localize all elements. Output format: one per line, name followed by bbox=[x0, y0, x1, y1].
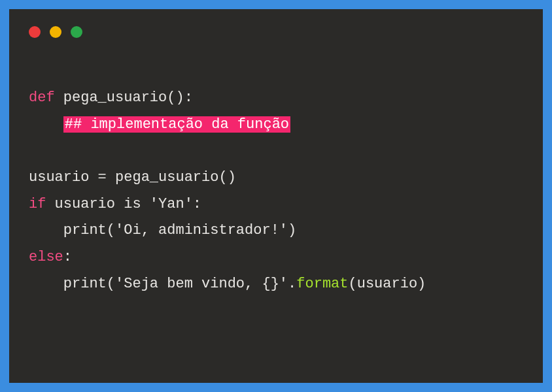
method-format: format bbox=[296, 276, 348, 292]
comment-highlighted: ## implementação da função bbox=[63, 116, 290, 133]
code-block: def pega_usuario(): ## implementação da … bbox=[29, 85, 523, 298]
traffic-lights bbox=[29, 26, 523, 38]
line-8-part2: (usuario) bbox=[349, 276, 426, 292]
keyword-def: def bbox=[29, 90, 55, 106]
line-5: if usuario is 'Yan': bbox=[29, 196, 201, 212]
keyword-else: else bbox=[29, 249, 63, 265]
minimize-icon[interactable] bbox=[50, 26, 61, 38]
line-6: print('Oi, administrador!') bbox=[29, 222, 296, 238]
line-7: else: bbox=[29, 249, 72, 265]
line-8: print('Seja bem vindo, {}'.format(usuari… bbox=[29, 276, 426, 292]
indent bbox=[29, 116, 63, 133]
maximize-icon[interactable] bbox=[71, 26, 82, 38]
line-7-rest: : bbox=[63, 249, 72, 265]
line-2: ## implementação da função bbox=[29, 116, 290, 133]
line-1-rest: pega_usuario(): bbox=[55, 90, 193, 106]
line-1: def pega_usuario(): bbox=[29, 90, 193, 106]
line-4: usuario = pega_usuario() bbox=[29, 169, 236, 186]
line-5-rest: usuario is 'Yan': bbox=[46, 196, 201, 212]
line-8-part1: print('Seja bem vindo, {}'. bbox=[29, 276, 296, 292]
keyword-if: if bbox=[29, 196, 46, 212]
code-window: def pega_usuario(): ## implementação da … bbox=[9, 9, 543, 383]
close-icon[interactable] bbox=[29, 26, 41, 38]
